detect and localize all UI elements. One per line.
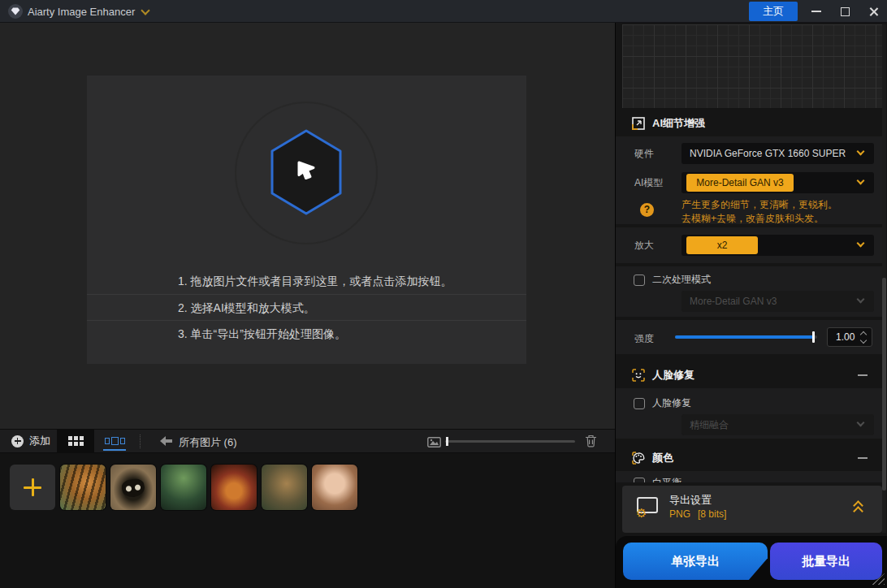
collapse-minus-icon[interactable]	[858, 374, 868, 376]
color-option-checkbox[interactable]: 白平衡	[634, 476, 681, 482]
collapse-minus-icon[interactable]	[858, 457, 868, 459]
strength-stepper[interactable]	[860, 331, 868, 344]
home-button[interactable]: 主页	[749, 2, 798, 21]
secondary-model-select[interactable]: More-Detail GAN v3	[681, 291, 874, 312]
face-mode-value: 精细融合	[690, 418, 729, 432]
grid-view-icon	[68, 436, 84, 446]
face-restore-label: 人脸修复	[652, 396, 691, 410]
export-format-line: PNG[8 bits]	[669, 508, 726, 520]
panel-scrollbar-thumb[interactable]	[882, 278, 886, 491]
thumbnail-portrait-girl[interactable]	[312, 465, 357, 510]
app-logo-icon	[8, 4, 23, 19]
scale-pill: x2	[686, 236, 758, 254]
secondary-process-label: 二次处理模式	[652, 273, 711, 287]
thumbnail-burger[interactable]	[211, 465, 257, 510]
color-block-clipped: 白平衡	[616, 471, 882, 482]
export-bit-depth: [8 bits]	[698, 508, 726, 520]
compare-view-icon	[105, 437, 125, 445]
hardware-value: NVIDIA GeForce GTX 1660 SUPER	[690, 148, 846, 159]
hardware-select[interactable]: NVIDIA GeForce GTX 1660 SUPER	[681, 143, 874, 164]
compare-view-button[interactable]	[96, 430, 133, 452]
strength-slider-fill	[675, 335, 813, 339]
strength-slider-handle[interactable]	[812, 331, 815, 343]
thumbnail-jungle-figure[interactable]	[161, 465, 206, 510]
bottom-toolbar: 添加 所有图片 (6)	[0, 429, 615, 453]
drop-hexagon-icon	[267, 128, 345, 217]
scale-select[interactable]: x2	[681, 235, 874, 256]
help-icon[interactable]: ?	[640, 203, 654, 217]
model-description-line2: 去模糊+去噪，改善皮肤和头发。	[681, 212, 837, 226]
export-settings-icon: ⚙	[634, 495, 661, 523]
thumbnail-butterfly[interactable]	[110, 465, 156, 510]
chevron-down-icon	[857, 419, 865, 427]
hardware-label: 硬件	[634, 147, 654, 161]
instruction-line-1: 1. 拖放图片文件或者目录到这里，或者点击添加按钮。	[87, 268, 526, 294]
checkbox-icon	[634, 398, 645, 409]
scale-block: 放大 x2	[616, 227, 882, 263]
strength-value: 1.00	[836, 331, 855, 343]
thumbnail-tiger[interactable]	[60, 465, 106, 510]
instruction-line-3: 3. 单击“导出”按钮开始处理图像。	[87, 320, 526, 346]
active-view-underline	[103, 449, 126, 451]
checkbox-icon	[634, 478, 645, 483]
titlebar: Aiarty Image Enhancer 主页	[0, 0, 887, 23]
instruction-line-2: 2. 选择AI模型和放大模式。	[87, 294, 526, 320]
strength-slider[interactable]	[675, 335, 817, 339]
thumbnail-strip	[0, 453, 615, 588]
back-arrow-icon[interactable]	[159, 435, 173, 450]
thumbnail-size-slider-handle[interactable]	[446, 437, 448, 446]
close-button[interactable]	[859, 0, 887, 23]
minimize-button[interactable]	[803, 0, 830, 23]
ai-model-label: AI模型	[634, 176, 663, 190]
thumbnail-dog[interactable]	[262, 465, 307, 510]
add-image-tile[interactable]	[10, 465, 55, 510]
gear-icon: ⚙	[636, 506, 647, 521]
chevron-down-icon	[857, 148, 865, 156]
settings-panel: AI细节增强 硬件 NVIDIA GeForce GTX 1660 SUPER …	[615, 23, 887, 588]
detail-enhance-icon	[632, 117, 645, 130]
app-title: Aiarty Image Enhancer	[28, 6, 135, 18]
app-menu-chevron-icon[interactable]	[141, 6, 149, 15]
section-face-restore: 人脸修复	[616, 365, 882, 385]
scale-label: 放大	[634, 239, 654, 253]
detail-settings-block: 硬件 NVIDIA GeForce GTX 1660 SUPER AI模型 Mo…	[616, 136, 882, 224]
export-button-bar: 单张导出 批量导出	[616, 536, 887, 588]
thumbnail-size-icon	[427, 436, 441, 451]
drop-zone[interactable]: 1. 拖放图片文件或者目录到这里，或者点击添加按钮。 2. 选择AI模型和放大模…	[87, 76, 526, 364]
add-images-button[interactable]: 添加	[3, 430, 58, 452]
color-option-label: 白平衡	[652, 476, 681, 482]
single-export-button[interactable]: 单张导出	[623, 543, 768, 580]
thumbnail-size-slider[interactable]	[445, 440, 575, 443]
section-color: 颜色	[616, 448, 882, 468]
all-images-label[interactable]: 所有图片 (6)	[179, 435, 237, 450]
strength-value-box[interactable]: 1.00	[827, 327, 872, 347]
secondary-process-block: 二次处理模式 More-Detail GAN v3	[616, 266, 882, 317]
chevron-down-icon	[857, 177, 865, 185]
checkbox-icon	[634, 275, 645, 286]
ai-model-pill: More-Detail GAN v3	[686, 174, 794, 192]
face-restore-checkbox[interactable]: 人脸修复	[634, 396, 691, 410]
face-restore-block: 人脸修复 精细融合	[616, 388, 882, 439]
chevron-down-icon	[857, 240, 865, 248]
face-mode-select[interactable]: 精细融合	[681, 414, 874, 435]
add-label: 添加	[29, 434, 50, 448]
secondary-model-value: More-Detail GAN v3	[690, 296, 777, 307]
section-title: 人脸修复	[652, 368, 694, 383]
model-description-line1: 产生更多的细节，更清晰，更锐利。	[681, 198, 837, 212]
strength-label: 强度	[634, 332, 654, 346]
batch-export-button[interactable]: 批量导出	[770, 543, 882, 580]
canvas-grid-texture	[622, 24, 882, 108]
face-restore-icon	[632, 369, 645, 382]
collapse-up-chevrons-icon[interactable]	[853, 502, 864, 515]
ai-model-select[interactable]: More-Detail GAN v3	[681, 172, 874, 193]
app-window: Aiarty Image Enhancer 主页 1. 拖放图片文件或者目录到这…	[0, 0, 887, 588]
section-title: 颜色	[652, 451, 673, 465]
grid-view-button[interactable]	[57, 430, 94, 452]
delete-button[interactable]	[585, 435, 603, 449]
maximize-button[interactable]	[831, 0, 859, 23]
export-settings-card[interactable]: ⚙ 导出设置 PNG[8 bits]	[622, 486, 882, 533]
toolbar-divider	[140, 435, 141, 448]
export-format: PNG	[669, 508, 690, 520]
export-settings-title: 导出设置	[669, 493, 712, 508]
secondary-process-checkbox[interactable]: 二次处理模式	[634, 273, 711, 287]
